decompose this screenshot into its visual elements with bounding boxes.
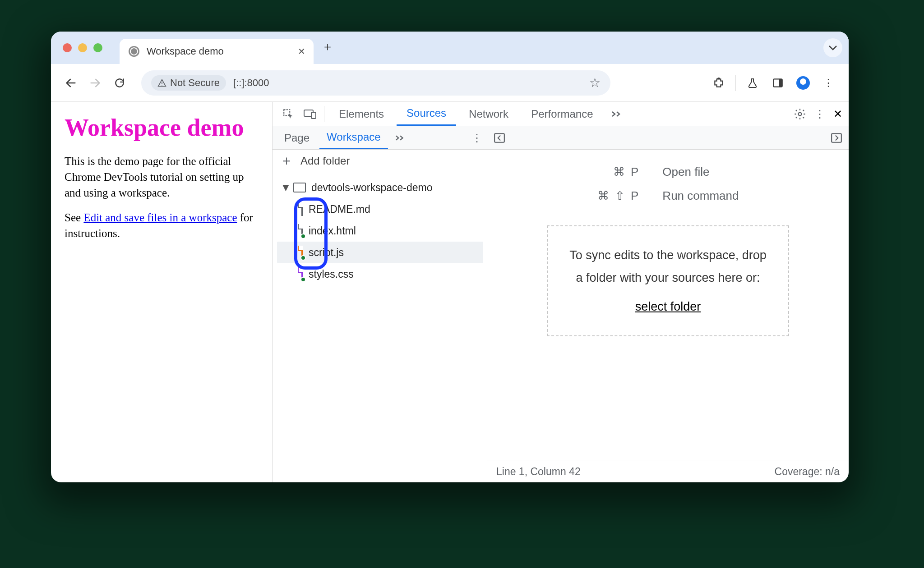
window-controls (63, 43, 102, 52)
navigator-tabs: Page Workspace ⋮ (273, 126, 487, 150)
sources-editor: ⌘ P Open file ⌘ ⇧ P Run command To sync … (487, 126, 849, 482)
sources-navigator: Page Workspace ⋮ ＋ Add folder ▼ (273, 126, 487, 482)
svg-point-1 (162, 85, 162, 86)
file-tree: ▼ devtools-workspace-demo README.md inde… (273, 172, 487, 285)
sync-indicator-icon (300, 277, 306, 282)
tab-network[interactable]: Network (459, 102, 518, 126)
side-panel-button[interactable] (767, 77, 788, 89)
browser-window: Workspace demo ✕ ＋ Not Secure [::]:8000 … (51, 32, 849, 482)
tab-strip: Workspace demo ✕ ＋ (51, 32, 849, 64)
folder-icon (293, 183, 306, 192)
navigator-more-tabs[interactable] (391, 126, 411, 149)
extensions-button[interactable] (708, 77, 729, 89)
chevrons-right-icon (395, 135, 406, 141)
device-toggle-button[interactable] (300, 109, 319, 119)
labs-button[interactable] (742, 77, 763, 89)
devices-icon (303, 109, 317, 119)
openfile-label: Open file (662, 165, 739, 179)
navigator-menu-button[interactable]: ⋮ (471, 132, 482, 144)
file-index-html[interactable]: index.html (277, 220, 483, 242)
inspect-icon (282, 108, 294, 120)
browser-tab[interactable]: Workspace demo ✕ (120, 39, 314, 64)
settings-button[interactable] (794, 108, 806, 120)
sync-indicator-icon (300, 234, 306, 239)
puzzle-icon (713, 77, 725, 89)
runcmd-label: Run command (662, 189, 739, 203)
security-chip[interactable]: Not Secure (151, 75, 226, 91)
file-readme[interactable]: README.md (277, 198, 483, 220)
tab-sources[interactable]: Sources (397, 102, 456, 126)
runcmd-shortcut: ⌘ ⇧ P (597, 189, 640, 203)
chevron-down-icon (829, 45, 837, 50)
bookmark-button[interactable]: ☆ (589, 75, 601, 90)
tree-root[interactable]: ▼ devtools-workspace-demo (277, 177, 483, 198)
minimize-window-button[interactable] (78, 43, 87, 52)
cursor-position: Line 1, Column 42 (496, 466, 581, 478)
chevrons-right-icon (611, 111, 623, 117)
globe-icon (129, 46, 139, 57)
address-bar[interactable]: Not Secure [::]:8000 ☆ (141, 70, 610, 96)
caret-down-icon: ▼ (281, 182, 288, 194)
svg-rect-3 (779, 79, 782, 87)
devtools-panel: Elements Sources Network Performance ⋮ ✕ (272, 102, 849, 482)
editor-status-bar: Line 1, Column 42 Coverage: n/a (487, 461, 849, 482)
panel-icon (772, 77, 784, 89)
sync-indicator-icon (300, 255, 306, 261)
tree-root-label: devtools-workspace-demo (311, 182, 432, 194)
tab-search-button[interactable] (823, 38, 842, 57)
forward-button[interactable] (85, 77, 105, 89)
arrow-left-icon (65, 77, 77, 89)
navigator-tab-page[interactable]: Page (277, 126, 317, 149)
reload-icon (114, 77, 125, 89)
svg-rect-9 (832, 133, 841, 142)
flask-icon (747, 77, 758, 89)
svg-point-7 (799, 112, 802, 115)
tab-title: Workspace demo (147, 46, 224, 57)
tab-elements[interactable]: Elements (329, 102, 394, 126)
show-navigator-button[interactable] (494, 132, 505, 144)
workspace-drop-zone[interactable]: To sync edits to the workspace, drop a f… (547, 225, 789, 336)
show-debugger-button[interactable] (831, 132, 842, 144)
page-paragraph-1: This is the demo page for the official C… (65, 153, 262, 201)
back-button[interactable] (61, 77, 81, 89)
panel-right-icon (831, 132, 842, 144)
new-tab-button[interactable]: ＋ (322, 39, 333, 57)
openfile-shortcut: ⌘ P (597, 165, 640, 179)
arrow-right-icon (89, 77, 102, 89)
url-text: [::]:8000 (233, 77, 269, 89)
close-devtools-button[interactable]: ✕ (833, 108, 842, 120)
more-tabs-button[interactable] (606, 102, 628, 126)
svg-rect-6 (311, 112, 316, 119)
close-tab-button[interactable]: ✕ (298, 46, 305, 57)
browser-menu-button[interactable]: ⋮ (818, 77, 839, 89)
select-folder-link[interactable]: select folder (635, 300, 701, 313)
editor-placeholder: ⌘ P Open file ⌘ ⇧ P Run command To sync … (487, 150, 849, 461)
profile-button[interactable] (793, 76, 813, 90)
navigator-tab-workspace[interactable]: Workspace (319, 126, 388, 149)
svg-rect-8 (494, 133, 504, 142)
plus-icon: ＋ (280, 151, 293, 170)
devtools-main-toolbar: Elements Sources Network Performance ⋮ ✕ (273, 102, 849, 126)
warning-icon (157, 78, 166, 87)
tab-performance[interactable]: Performance (521, 102, 603, 126)
file-script-js[interactable]: script.js (277, 242, 483, 263)
security-label: Not Secure (170, 77, 220, 89)
gear-icon (794, 108, 806, 120)
page-heading: Workspace demo (65, 114, 262, 142)
inspect-button[interactable] (279, 108, 298, 120)
close-window-button[interactable] (63, 43, 72, 52)
content-area: Workspace demo This is the demo page for… (51, 102, 849, 482)
add-folder-button[interactable]: ＋ Add folder (273, 150, 487, 172)
file-icon (301, 202, 303, 216)
coverage-status: Coverage: n/a (775, 466, 840, 478)
toolbar: Not Secure [::]:8000 ☆ ⋮ (51, 64, 849, 102)
editor-toolbar (487, 126, 849, 150)
reload-button[interactable] (110, 77, 129, 89)
sources-content: Page Workspace ⋮ ＋ Add folder ▼ (273, 126, 849, 482)
tutorial-link[interactable]: Edit and save files in a workspace (83, 211, 237, 224)
avatar-icon (796, 76, 810, 90)
file-styles-css[interactable]: styles.css (277, 263, 483, 285)
maximize-window-button[interactable] (93, 43, 102, 52)
page-content: Workspace demo This is the demo page for… (51, 102, 272, 482)
devtools-menu-button[interactable]: ⋮ (814, 108, 825, 120)
